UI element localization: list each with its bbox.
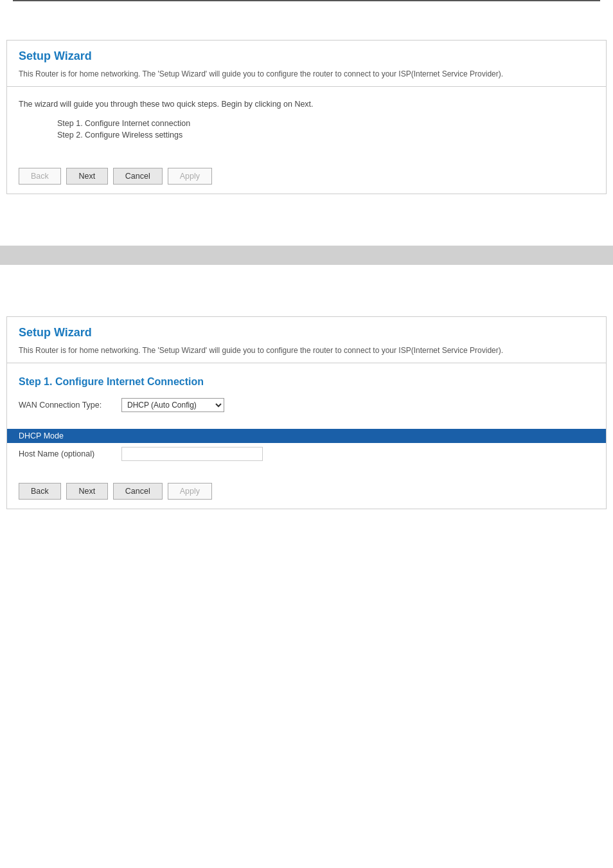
wizard1-cancel-button[interactable]: Cancel (113, 168, 163, 185)
host-name-input[interactable] (121, 447, 263, 461)
wizard2-description: This Router is for home networking. The … (19, 345, 594, 356)
gray-band (0, 246, 613, 265)
wan-connection-select[interactable]: DHCP (Auto Config) Static IP PPPoE PPTP … (121, 398, 224, 412)
wizard1-intro: The wizard will guide you through these … (19, 100, 594, 109)
wizard2-body: Step 1. Configure Internet Connection WA… (7, 363, 606, 425)
spacer-1 (0, 1, 613, 27)
wizard2-next-button[interactable]: Next (66, 483, 108, 500)
spacer-3 (0, 233, 613, 246)
wizard1-next-button[interactable]: Next (66, 168, 108, 185)
setup-wizard-card-2: Setup Wizard This Router is for home net… (6, 316, 607, 509)
wizard1-body: The wizard will guide you through these … (7, 87, 606, 159)
wizard2-back-button[interactable]: Back (19, 483, 61, 500)
dhcp-mode-bar: DHCP Mode (7, 429, 606, 443)
wizard2-header: Setup Wizard This Router is for home net… (7, 317, 606, 363)
wan-connection-label: WAN Connection Type: (19, 401, 121, 410)
spacer-5 (0, 291, 613, 303)
wizard2-title: Setup Wizard (19, 326, 594, 339)
host-name-label: Host Name (optional) (19, 449, 121, 458)
wizard2-step-title: Step 1. Configure Internet Connection (19, 376, 594, 388)
wizard1-step-1: Step 1. Configure Internet connection (57, 119, 594, 128)
spacer-bottom (0, 522, 613, 548)
wizard1-description: This Router is for home networking. The … (19, 68, 594, 80)
spacer-2 (0, 207, 613, 233)
wizard2-apply-button[interactable]: Apply (168, 483, 212, 500)
wizard1-footer: Back Next Cancel Apply (7, 159, 606, 194)
setup-wizard-card-1: Setup Wizard This Router is for home net… (6, 40, 607, 194)
wizard1-header: Setup Wizard This Router is for home net… (7, 41, 606, 87)
wizard2-footer: Back Next Cancel Apply (7, 474, 606, 509)
host-name-row: Host Name (optional) (7, 443, 606, 465)
spacer-inner (7, 465, 606, 474)
wizard1-step-2: Step 2. Configure Wireless settings (57, 131, 594, 140)
wizard1-apply-button[interactable]: Apply (168, 168, 212, 185)
wizard1-back-button[interactable]: Back (19, 168, 61, 185)
wizard1-steps: Step 1. Configure Internet connection St… (19, 119, 594, 140)
wizard1-title: Setup Wizard (19, 50, 594, 63)
spacer-4 (0, 265, 613, 291)
wizard2-cancel-button[interactable]: Cancel (113, 483, 163, 500)
wan-connection-row: WAN Connection Type: DHCP (Auto Config) … (19, 398, 594, 412)
